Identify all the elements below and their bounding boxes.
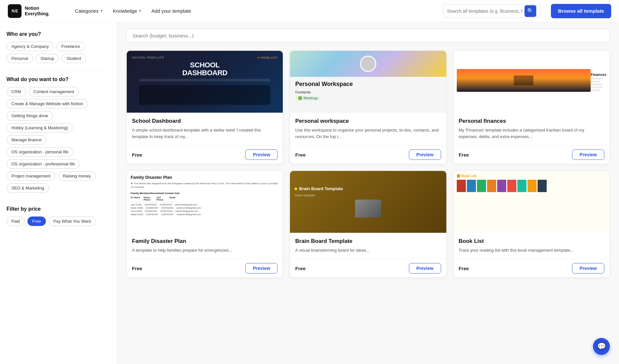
tag-content-management[interactable]: Content management [29, 87, 79, 96]
fp-row: Cara Smith #190402347 #190570184 caraSmi… [131, 210, 198, 212]
preview-button[interactable]: Preview [245, 149, 278, 160]
preview-button[interactable]: Preview [409, 263, 441, 273]
card-brain-board-image: Brain Board Template Notion template [290, 171, 446, 233]
tag-create-manage-website[interactable]: Create & Manage Website with Notion [7, 99, 88, 108]
preview-button[interactable]: Preview [245, 263, 278, 273]
pw-meetings-tag: 🟢 Meetings [295, 95, 321, 101]
school-sub-bar [139, 79, 270, 81]
book-spine [538, 180, 547, 192]
pf-line-4 [591, 87, 603, 88]
book-spine [507, 180, 516, 192]
card-footer: Free Preview [127, 259, 283, 277]
pw-avatar [360, 56, 376, 72]
school-dashboard-title: SCHOOLDASHBOARD [182, 61, 227, 77]
nav-categories[interactable]: Categories ▾ [70, 6, 107, 16]
chat-bubble[interactable]: 💬 [593, 338, 610, 355]
tag-manage-finance[interactable]: Manage finance [7, 135, 47, 145]
notion-badge: NOTION TEMPLATE [132, 56, 164, 59]
fp-section-title: Family Member/Household Contact Info [131, 192, 180, 195]
card-title: Brain Board Template [295, 238, 441, 245]
pf-sunset [457, 69, 591, 92]
pw-contents-label: Contents [295, 90, 441, 94]
price-section-title: Filter by price [7, 206, 110, 212]
pf-section-title: Finances [591, 73, 606, 77]
nav-add-template[interactable]: Add your template [147, 6, 196, 16]
tag-os-personal[interactable]: OS organization - personal life [7, 147, 73, 157]
card-price: Free [295, 266, 306, 271]
header-search-area: 🔍 [443, 4, 540, 18]
logo-text: Notion Everything. [25, 6, 50, 17]
card-title: Book List [459, 238, 604, 245]
tag-project-management[interactable]: Project management [7, 171, 55, 181]
tag-getting-things-done[interactable]: Getting things done [7, 111, 53, 120]
bl-books [457, 180, 547, 192]
book-spine [497, 180, 506, 192]
nav-knowledge[interactable]: Knowledge ▾ [108, 6, 146, 16]
card-school-dashboard: NOTION TEMPLATE ● ANGELAJTC SCHOOLDASHBO… [126, 50, 283, 164]
fp-title: Family Disaster Plan [131, 175, 172, 180]
header-search-button[interactable]: 🔍 [525, 5, 536, 17]
what-section-title: What do you want to do? [7, 77, 110, 82]
logo[interactable]: N E Notion Everything. [8, 4, 60, 18]
card-personal-workspace-image: Personal Workspace Contents 🟢 Meetings [290, 51, 446, 113]
card-title: School Dashboard [132, 118, 278, 124]
card-family-plan-image: Family Disaster Plan ★ The below was ada… [127, 171, 283, 233]
bb-subtitle: Notion template [295, 194, 315, 197]
who-section-title: Who are you? [7, 31, 110, 37]
tag-seo-marketing[interactable]: SEO & Marketing [7, 183, 49, 193]
tag-crm[interactable]: CRM [7, 87, 26, 96]
card-description: My 'Finances' template includes a catego… [459, 127, 604, 140]
circle-icon: ● [258, 56, 259, 59]
preview-button[interactable]: Preview [572, 149, 604, 160]
bb-photo [355, 200, 381, 217]
chat-icon: 💬 [597, 342, 606, 351]
tag-paid[interactable]: Paid [7, 217, 25, 226]
card-footer: Free Preview [453, 259, 610, 277]
book-spine [517, 180, 526, 192]
card-footer: Free Preview [290, 145, 446, 164]
card-price: Free [295, 152, 306, 158]
header-search-input[interactable] [447, 8, 522, 14]
author-badge: ● ANGELAJTC [258, 56, 278, 59]
card-book-list: 📙 Book List Book List Track your reading… [453, 171, 610, 278]
card-body: Brain Board Template A visual brainstorm… [290, 233, 446, 259]
card-family-disaster-plan: Family Disaster Plan ★ The below was ada… [126, 171, 283, 278]
card-personal-finances: Finances Personal finances My 'Finances'… [453, 50, 610, 164]
sidebar: Who are you? Agency & Company Freelance … [0, 22, 117, 364]
card-price: Free [132, 266, 142, 271]
card-personal-workspace: Personal Workspace Contents 🟢 Meetings P… [290, 50, 446, 164]
card-description: A visual brainstorming board for ideas..… [295, 247, 441, 254]
pf-line-5 [591, 90, 599, 91]
card-personal-finances-image: Finances [453, 51, 610, 113]
fp-row: Jack Smith #190402347 #190402347 jacksmi… [131, 203, 197, 206]
tag-free[interactable]: Free [27, 217, 46, 226]
tag-personal[interactable]: Personal [7, 54, 33, 63]
badge-row: NOTION TEMPLATE ● ANGELAJTC [132, 56, 278, 59]
card-description: A simple school dashboard template with … [132, 127, 278, 140]
browse-all-button[interactable]: Browse all template [551, 4, 611, 18]
tag-raising-money[interactable]: Raising money [58, 171, 96, 181]
preview-button[interactable]: Preview [572, 263, 604, 273]
logo-icon: N E [8, 4, 22, 18]
chevron-down-icon: ▾ [139, 9, 141, 13]
price-tags-group: Paid Free Pay What You Want [7, 217, 110, 226]
card-title: Family Disaster Plan [132, 238, 278, 245]
tag-agency-company[interactable]: Agency & Company [7, 42, 54, 51]
main-search-input[interactable] [126, 29, 610, 43]
page-layout: Who are you? Agency & Company Freelance … [0, 22, 619, 364]
tag-startup[interactable]: Startup [36, 54, 59, 63]
card-body: Book List Track your reading list with t… [453, 233, 610, 259]
tag-hobby[interactable]: Hobby (Learning & Mastering) [7, 123, 73, 133]
pf-line-3 [591, 84, 601, 85]
card-price: Free [132, 152, 142, 158]
cards-grid: NOTION TEMPLATE ● ANGELAJTC SCHOOLDASHBO… [126, 50, 610, 278]
tag-freelance[interactable]: Freelance [56, 42, 85, 51]
tag-student[interactable]: Student [62, 54, 86, 63]
what-tags-group: CRM Content management Create & Manage W… [7, 87, 110, 193]
preview-button[interactable]: Preview [409, 149, 441, 160]
card-body: Family Disaster Plan A template to help … [127, 233, 283, 259]
card-body: School Dashboard A simple school dashboa… [127, 113, 283, 145]
tag-os-professional[interactable]: OS organization - professional life [7, 159, 80, 169]
card-footer: Free Preview [127, 145, 283, 164]
tag-pay-what-you-want[interactable]: Pay What You Want [49, 217, 96, 226]
